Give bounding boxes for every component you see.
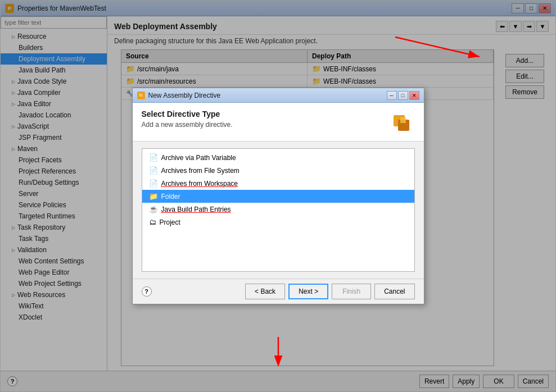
dialog-footer: ? < Back Next > Finish Cancel bbox=[133, 279, 424, 304]
directive-label: Archives from Workspace bbox=[161, 180, 238, 188]
directive-list: 📄 Archive via Path Variable 📄 Archives f… bbox=[142, 148, 415, 272]
directive-label: Project bbox=[160, 218, 180, 226]
dialog-title-icon: N bbox=[137, 92, 145, 99]
directive-label: Archive via Path Variable bbox=[161, 154, 236, 162]
dialog-header: Select Directive Type Add a new assembly… bbox=[133, 103, 424, 142]
directive-item-java-build-path[interactable]: ☕ Java Build Path Entries bbox=[142, 203, 414, 216]
java-icon: ☕ bbox=[149, 205, 158, 213]
dialog-footer-right: < Back Next > Finish Cancel bbox=[245, 284, 414, 299]
directive-label: Folder bbox=[161, 193, 180, 200]
svg-line-1 bbox=[395, 37, 480, 57]
directive-item-folder[interactable]: 📁 Folder bbox=[142, 190, 414, 203]
dialog-title-bar: N New Assembly Directive ─ □ ✕ bbox=[133, 88, 424, 103]
dialog-maximize-button[interactable]: □ bbox=[398, 91, 408, 100]
dialog-header-text: Select Directive Type Add a new assembly… bbox=[142, 110, 233, 129]
dialog-title-buttons: ─ □ ✕ bbox=[387, 91, 419, 100]
main-window: P Properties for MavenWebTest ─ □ ✕ ▷ Re… bbox=[0, 0, 556, 392]
next-button[interactable]: Next > bbox=[288, 284, 328, 299]
directive-label: Archives from File System bbox=[161, 167, 239, 175]
dialog-header-title: Select Directive Type bbox=[142, 110, 233, 118]
directive-item-archive-workspace[interactable]: 📄 Archives from Workspace bbox=[142, 177, 414, 190]
dialog-footer-left: ? bbox=[142, 286, 152, 297]
archive-icon: 📄 bbox=[149, 179, 158, 188]
directive-item-archive-path[interactable]: 📄 Archive via Path Variable bbox=[142, 151, 414, 164]
dialog-minimize-button[interactable]: ─ bbox=[387, 91, 397, 100]
archive-icon: 📄 bbox=[149, 166, 158, 175]
directive-item-archive-fs[interactable]: 📄 Archives from File System bbox=[142, 164, 414, 177]
archive-icon: 📄 bbox=[149, 153, 158, 162]
svg-rect-4 bbox=[400, 117, 406, 123]
dialog-overlay: N New Assembly Directive ─ □ ✕ Select Di… bbox=[1, 1, 555, 391]
dialog-help-icon[interactable]: ? bbox=[142, 286, 152, 297]
finish-button[interactable]: Finish bbox=[332, 284, 371, 299]
directive-label: Java Build Path Entries bbox=[161, 206, 231, 213]
project-icon: 🗂 bbox=[149, 218, 156, 226]
back-button[interactable]: < Back bbox=[245, 284, 285, 299]
dialog-title: New Assembly Directive bbox=[148, 92, 387, 99]
dialog-cancel-button[interactable]: Cancel bbox=[374, 284, 414, 299]
folder-icon: 📁 bbox=[149, 192, 158, 200]
dialog-close-button[interactable]: ✕ bbox=[409, 91, 419, 100]
dialog-body: 📄 Archive via Path Variable 📄 Archives f… bbox=[133, 142, 424, 279]
dialog-header-icon bbox=[388, 110, 415, 136]
dialog-header-desc: Add a new assembly directive. bbox=[142, 121, 233, 129]
directive-item-project[interactable]: 🗂 Project bbox=[142, 216, 414, 229]
dialog: N New Assembly Directive ─ □ ✕ Select Di… bbox=[132, 88, 424, 304]
